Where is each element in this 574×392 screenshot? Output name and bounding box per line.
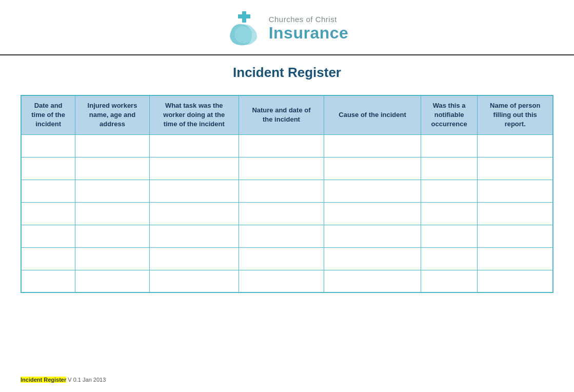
table-row	[21, 180, 553, 202]
logo-container: Churches of Christ Insurance	[226, 10, 349, 47]
logo-icon	[226, 10, 263, 47]
table-cell	[149, 157, 239, 180]
footer-normal-text: V 0.1 Jan 2013	[66, 377, 106, 383]
table-container: Date andtime of theincident Injured work…	[0, 95, 574, 293]
footer: Incident Register V 0.1 Jan 2013	[21, 377, 106, 383]
table-cell	[421, 157, 478, 180]
table-cell	[421, 270, 478, 292]
col-header-cause: Cause of the incident	[324, 95, 421, 134]
table-cell	[75, 157, 150, 180]
logo-text-bottom: Insurance	[269, 24, 349, 42]
table-cell	[21, 180, 75, 202]
page-title: Incident Register	[0, 65, 574, 81]
logo-text-top: Churches of Christ	[269, 15, 349, 24]
table-cell	[149, 180, 239, 202]
table-cell	[239, 180, 324, 202]
table-row	[21, 225, 553, 247]
table-body	[21, 134, 553, 292]
table-cell	[21, 157, 75, 180]
table-cell	[478, 157, 553, 180]
table-cell	[324, 157, 421, 180]
table-cell	[149, 134, 239, 157]
header: Churches of Christ Insurance	[0, 0, 574, 55]
footer-highlighted-text: Incident Register	[21, 377, 66, 383]
table-cell	[324, 270, 421, 292]
table-header-row: Date andtime of theincident Injured work…	[21, 95, 553, 134]
table-cell	[21, 270, 75, 292]
page-wrapper: Churches of Christ Insurance Incident Re…	[0, 0, 574, 392]
table-cell	[478, 134, 553, 157]
table-cell	[478, 247, 553, 270]
table-cell	[421, 180, 478, 202]
table-cell	[421, 247, 478, 270]
table-row	[21, 247, 553, 270]
col-header-injured: Injured workersname, age andaddress	[75, 95, 150, 134]
table-cell	[324, 180, 421, 202]
table-cell	[75, 202, 150, 225]
table-cell	[421, 202, 478, 225]
table-row	[21, 202, 553, 225]
table-cell	[239, 157, 324, 180]
table-cell	[149, 225, 239, 247]
col-header-notifiable: Was this anotifiableoccurrence	[421, 95, 478, 134]
col-header-date: Date andtime of theincident	[21, 95, 75, 134]
table-cell	[75, 270, 150, 292]
table-cell	[478, 225, 553, 247]
table-cell	[478, 180, 553, 202]
table-cell	[239, 202, 324, 225]
table-cell	[239, 270, 324, 292]
table-row	[21, 270, 553, 292]
table-cell	[149, 247, 239, 270]
table-cell	[21, 202, 75, 225]
table-cell	[21, 225, 75, 247]
table-row	[21, 157, 553, 180]
col-header-nature: Nature and date ofthe incident	[239, 95, 324, 134]
table-cell	[324, 247, 421, 270]
table-cell	[324, 134, 421, 157]
table-row	[21, 134, 553, 157]
incident-table: Date andtime of theincident Injured work…	[21, 95, 553, 293]
svg-rect-1	[238, 14, 250, 18]
table-cell	[149, 270, 239, 292]
table-cell	[21, 247, 75, 270]
table-cell	[324, 202, 421, 225]
col-header-task: What task was theworker doing at thetime…	[149, 95, 239, 134]
logo-text: Churches of Christ Insurance	[269, 15, 349, 42]
table-cell	[75, 225, 150, 247]
table-cell	[239, 247, 324, 270]
table-cell	[421, 134, 478, 157]
table-cell	[75, 134, 150, 157]
table-cell	[21, 134, 75, 157]
table-cell	[75, 247, 150, 270]
table-cell	[478, 202, 553, 225]
table-cell	[239, 134, 324, 157]
table-cell	[421, 225, 478, 247]
table-cell	[75, 180, 150, 202]
table-cell	[149, 202, 239, 225]
col-header-person: Name of personfilling out thisreport.	[478, 95, 553, 134]
table-cell	[324, 225, 421, 247]
page-title-section: Incident Register	[0, 55, 574, 90]
table-cell	[239, 225, 324, 247]
table-cell	[478, 270, 553, 292]
